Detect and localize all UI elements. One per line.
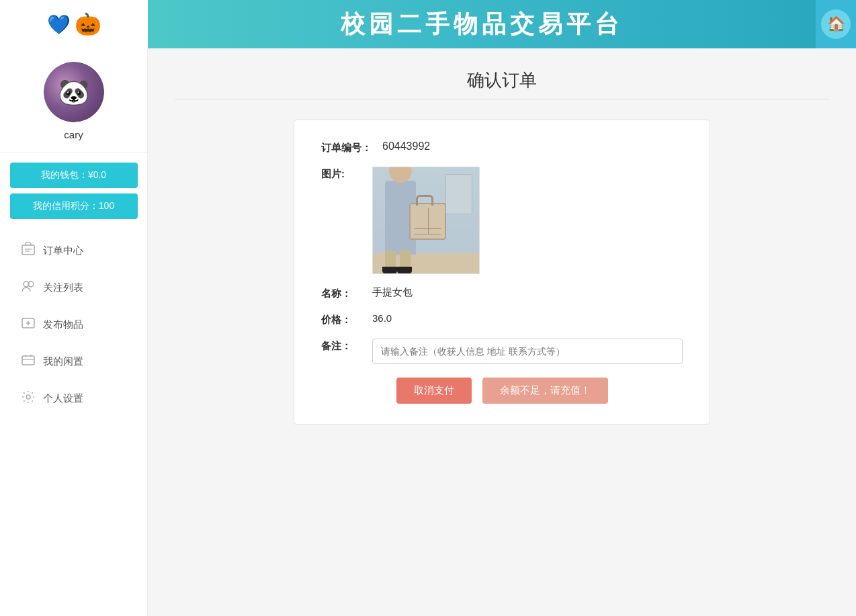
shoe-right: [397, 267, 412, 273]
follow-list-icon: [20, 279, 36, 297]
page-title: 确认订单: [175, 69, 829, 92]
settings-label: 个人设置: [43, 392, 83, 405]
header-title-bar: 校园二手物品交易平台: [148, 0, 816, 48]
avatar-wrapper: 🐼: [44, 62, 104, 122]
sidebar-divider: [0, 152, 147, 153]
my-idle-icon: [20, 353, 36, 371]
cancel-pay-button[interactable]: 取消支付: [396, 378, 472, 404]
name-label: 名称：: [321, 286, 361, 300]
header: 💙 🎃 校园二手物品交易平台 🏠: [0, 0, 856, 48]
pumpkin-icon: 🎃: [75, 11, 101, 37]
heart-icon: 💙: [47, 13, 71, 36]
image-label: 图片:: [321, 167, 361, 181]
sidebar-item-personal-settings[interactable]: 个人设置: [7, 380, 140, 417]
home-icon: 🏠: [821, 9, 851, 39]
bag-body: [409, 203, 446, 240]
price-label: 价格：: [321, 312, 361, 326]
order-no-label: 订单编号：: [321, 140, 372, 155]
sidebar-item-follow-list[interactable]: 关注列表: [7, 269, 140, 306]
main-content: 确认订单 订单编号： 60443992 图片:: [148, 48, 856, 616]
logo-decoration: 💙 🎃: [47, 11, 101, 37]
remarks-input[interactable]: [372, 339, 683, 364]
order-center-icon: [20, 242, 36, 260]
follow-list-label: 关注列表: [43, 281, 83, 294]
bag-handle: [416, 195, 433, 206]
price-row: 价格： 36.0: [321, 312, 683, 326]
order-card: 订单编号： 60443992 图片:: [294, 120, 710, 425]
sidebar: 🐼 cary 我的钱包：¥0.0 我的信用积分：100 订单中心: [0, 48, 148, 616]
order-no-value: 60443992: [382, 140, 430, 152]
logo-area: 💙 🎃: [0, 0, 148, 48]
image-row: 图片:: [321, 167, 683, 274]
svg-rect-8: [22, 356, 34, 365]
remarks-row: 备注：: [321, 339, 683, 364]
home-button[interactable]: 🏠: [816, 0, 856, 48]
title-divider: [175, 99, 829, 99]
sidebar-item-my-idle[interactable]: 我的闲置: [7, 343, 140, 380]
settings-icon: [20, 390, 36, 408]
shoe-left: [382, 267, 397, 273]
nav-items: 订单中心 关注列表: [0, 232, 147, 417]
avatar: 🐼: [44, 62, 104, 122]
site-title: 校园二手物品交易平台: [341, 8, 623, 41]
svg-point-12: [26, 395, 30, 399]
remarks-label: 备注：: [321, 339, 361, 353]
name-value: 手提女包: [372, 286, 413, 299]
action-row: 取消支付 余额不足，请充值！: [321, 378, 683, 404]
main-layout: 🐼 cary 我的钱包：¥0.0 我的信用积分：100 订单中心: [0, 48, 856, 616]
wallet-button[interactable]: 我的钱包：¥0.0: [10, 163, 138, 188]
order-number-row: 订单编号： 60443992: [321, 140, 683, 155]
svg-rect-0: [22, 245, 34, 255]
username-label: cary: [64, 129, 83, 140]
publish-label: 发布物品: [43, 318, 83, 331]
sidebar-item-order-center[interactable]: 订单中心: [7, 232, 140, 269]
name-row: 名称： 手提女包: [321, 286, 683, 300]
shop-display: [445, 174, 472, 214]
product-image-inner: [373, 167, 479, 273]
order-center-label: 订单中心: [43, 245, 83, 257]
publish-icon: [20, 316, 36, 334]
bag-stripe-v: [428, 208, 429, 234]
credit-button[interactable]: 我的信用积分：100: [10, 193, 138, 219]
price-value: 36.0: [372, 312, 392, 324]
my-idle-label: 我的闲置: [43, 355, 83, 368]
recharge-button[interactable]: 余额不足，请充值！: [482, 378, 608, 404]
sidebar-item-publish-item[interactable]: 发布物品: [7, 306, 140, 343]
product-image: [372, 167, 480, 274]
